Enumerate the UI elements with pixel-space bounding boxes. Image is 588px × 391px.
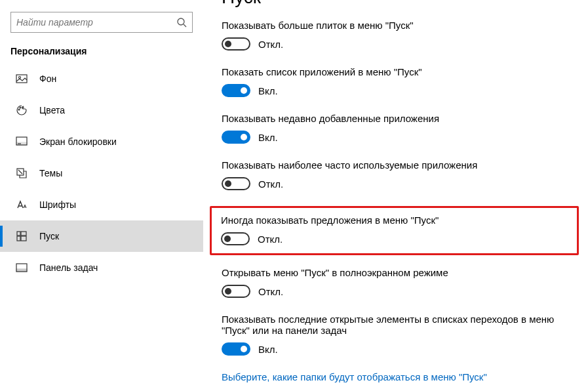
sidebar-item-цвета[interactable]: Цвета [0, 94, 203, 126]
setting-label: Показать список приложений в меню "Пуск" [222, 66, 572, 77]
setting-item: Показывать последние открытые элементы в… [222, 314, 572, 356]
folders-link[interactable]: Выберите, какие папки будут отображаться… [222, 371, 572, 382]
setting-label: Иногда показывать предложения в меню "Пу… [221, 215, 568, 226]
setting-label: Показывать больше плиток в меню "Пуск" [222, 20, 572, 31]
sidebar-item-label: Шрифты [39, 199, 76, 210]
sidebar-item-label: Пуск [39, 231, 59, 241]
fonts-icon [16, 199, 28, 211]
toggle-state-label: Вкл. [258, 85, 278, 96]
sidebar-item-label: Панель задач [39, 262, 98, 273]
toggle-switch[interactable] [221, 232, 250, 245]
setting-label: Показывать недавно добавленные приложени… [222, 113, 572, 124]
search-wrap [0, 7, 203, 42]
svg-rect-11 [17, 232, 20, 236]
svg-line-1 [184, 24, 186, 27]
svg-point-0 [178, 18, 184, 25]
setting-item: Иногда показывать предложения в меню "Пу… [221, 215, 568, 245]
highlight-box: Иногда показывать предложения в меню "Пу… [210, 206, 579, 255]
toggle-switch[interactable] [222, 342, 250, 356]
sidebar-item-label: Фон [39, 73, 56, 84]
sidebar-item-экран-блокировки[interactable]: Экран блокировки [0, 126, 203, 157]
sidebar-item-label: Цвета [39, 105, 65, 115]
toggle-row: Откл. [221, 232, 568, 245]
toggle-state-label: Откл. [258, 39, 283, 50]
sidebar-item-темы[interactable]: Темы [0, 157, 203, 189]
setting-item: Открывать меню "Пуск" в полноэкранном ре… [222, 267, 572, 298]
svg-point-3 [19, 77, 21, 79]
sidebar: Главная Персонализация ФонЦветаЭкран бло… [0, 0, 203, 391]
svg-rect-12 [21, 232, 26, 236]
toggle-row: Откл. [222, 177, 572, 190]
setting-label: Открывать меню "Пуск" в полноэкранном ре… [222, 267, 572, 278]
toggle-row: Вкл. [222, 342, 572, 356]
page-title: Пуск [222, 0, 572, 8]
sidebar-item-шрифты[interactable]: Шрифты [0, 189, 203, 220]
nav-list: ФонЦветаЭкран блокировкиТемыШрифтыПускПа… [0, 63, 203, 283]
toggle-row: Откл. [222, 285, 572, 298]
setting-label: Показывать наиболее часто используемые п… [222, 159, 572, 171]
toggle-switch[interactable] [222, 37, 250, 51]
start-icon [16, 230, 28, 242]
svg-point-5 [20, 107, 21, 108]
toggle-row: Вкл. [222, 131, 572, 144]
toggle-state-label: Вкл. [258, 132, 278, 143]
category-title: Персонализация [0, 42, 203, 63]
sidebar-item-панель-задач[interactable]: Панель задач [0, 252, 203, 283]
themes-icon [16, 167, 28, 179]
lockscreen-icon [16, 136, 28, 148]
toggle-row: Откл. [222, 37, 572, 51]
palette-icon [16, 104, 28, 116]
sidebar-item-фон[interactable]: Фон [0, 63, 203, 94]
content: Пуск Показывать больше плиток в меню "Пу… [203, 0, 588, 391]
svg-point-6 [22, 107, 24, 108]
toggle-switch[interactable] [222, 285, 250, 298]
setting-item: Показывать больше плиток в меню "Пуск"От… [222, 20, 572, 51]
svg-rect-13 [17, 236, 20, 241]
toggle-state-label: Откл. [258, 286, 283, 297]
toggle-switch[interactable] [222, 84, 250, 97]
image-icon [16, 73, 28, 85]
search-input[interactable] [16, 17, 176, 28]
sidebar-item-home[interactable]: Главная [0, 0, 203, 7]
sidebar-item-label: Темы [39, 168, 62, 178]
toggle-switch[interactable] [222, 177, 250, 190]
toggle-state-label: Вкл. [258, 344, 278, 355]
taskbar-icon [16, 262, 28, 274]
svg-point-4 [18, 109, 20, 110]
svg-rect-16 [16, 269, 27, 272]
settings-list: Показывать больше плиток в меню "Пуск"От… [222, 20, 572, 356]
toggle-row: Вкл. [222, 84, 572, 97]
toggle-state-label: Откл. [258, 234, 283, 245]
setting-item: Показывать наиболее часто используемые п… [222, 159, 572, 190]
search-box[interactable] [10, 12, 193, 33]
toggle-switch[interactable] [222, 131, 250, 144]
search-icon [176, 17, 187, 28]
sidebar-item-пуск[interactable]: Пуск [0, 220, 203, 252]
setting-item: Показать список приложений в меню "Пуск"… [222, 66, 572, 97]
toggle-state-label: Откл. [258, 178, 283, 190]
svg-rect-14 [21, 236, 26, 241]
sidebar-item-label: Экран блокировки [39, 136, 117, 147]
setting-item: Показывать недавно добавленные приложени… [222, 113, 572, 144]
setting-label: Показывать последние открытые элементы в… [222, 314, 572, 336]
